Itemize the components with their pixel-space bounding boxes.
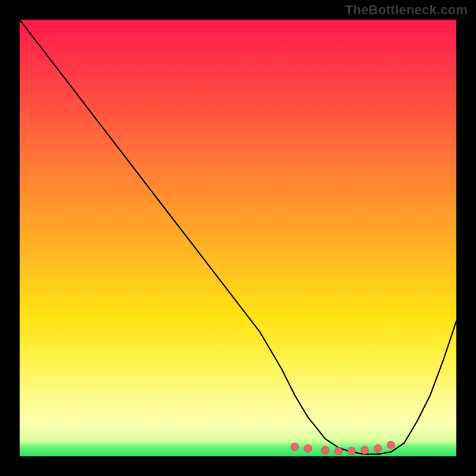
- trough-marker: [304, 444, 312, 452]
- trough-marker: [347, 447, 355, 455]
- plot-area: [20, 20, 456, 456]
- bottleneck-curve: [20, 20, 456, 454]
- curve-layer: [20, 20, 456, 456]
- trough-marker: [334, 447, 342, 455]
- chart-frame: TheBottleneck.com: [0, 0, 476, 476]
- trough-marker: [321, 446, 329, 454]
- trough-markers: [291, 441, 395, 455]
- trough-marker: [291, 443, 299, 450]
- trough-marker: [387, 441, 394, 449]
- trough-marker: [361, 446, 368, 454]
- watermark-text: TheBottleneck.com: [345, 2, 468, 18]
- trough-marker: [374, 444, 381, 452]
